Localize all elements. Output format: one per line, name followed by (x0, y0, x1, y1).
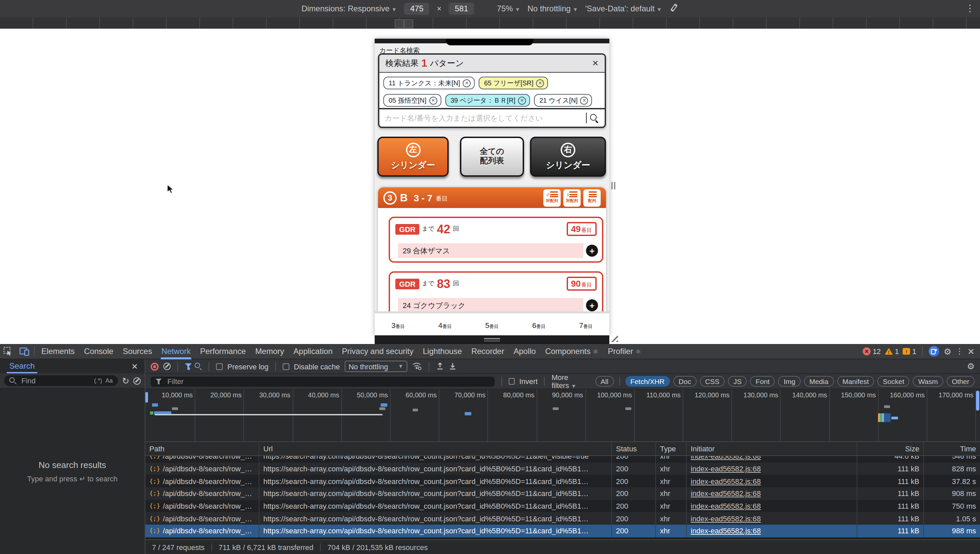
tab-3[interactable]: 3番目 (391, 319, 405, 331)
pill-doc[interactable]: Doc (673, 376, 696, 387)
column-path[interactable]: Path (145, 442, 259, 455)
pill-manifest[interactable]: Manifest (837, 376, 874, 387)
console-errors-badge[interactable]: ✕12 (863, 347, 881, 355)
initiator-link[interactable]: index-ead56582.js:68 (690, 477, 760, 485)
tab-console[interactable]: Console (80, 344, 118, 359)
console-warnings-badge[interactable]: !1 (885, 347, 899, 355)
more-filters-dropdown[interactable]: More filters▼ (552, 373, 591, 389)
network-request-row[interactable]: {;}/api/dbsdv-8/search/row_… https://sea… (145, 475, 980, 487)
bottom-sheet-handle[interactable] (375, 335, 609, 344)
left-cylinder-button[interactable]: 左 シリンダー (377, 137, 449, 177)
pill-all[interactable]: All (595, 376, 614, 387)
tab-privacy-and-security[interactable]: Privacy and security (337, 344, 418, 359)
import-har-icon[interactable] (436, 362, 444, 371)
network-overview-timeline[interactable]: 10,000 ms20,000 ms30,000 ms40,000 ms50,0… (145, 389, 980, 442)
filter-toggle-icon[interactable] (185, 363, 190, 370)
media-query-marker[interactable] (404, 19, 413, 28)
drawer-close-icon[interactable]: ✕ (131, 362, 138, 373)
network-search-icon[interactable] (195, 363, 202, 370)
invert-checkbox[interactable] (508, 378, 514, 385)
initiator-link[interactable]: index-ead56582.js:68 (690, 502, 760, 510)
pill-media[interactable]: Media (804, 376, 834, 387)
overview-scrollbar[interactable] (976, 391, 979, 411)
right-cylinder-button[interactable]: 右 シリンダー (530, 137, 606, 177)
device-toolbar-menu-icon[interactable]: ⋮ (965, 3, 975, 13)
array-button[interactable]: 配列 (583, 189, 601, 206)
tab-performance[interactable]: Performance (195, 344, 250, 359)
dimensions-dropdown[interactable]: Dimensions: Responsive▼ (301, 4, 397, 13)
network-request-row[interactable]: {;}/api/dbsdv-8/search/row_… https://sea… (145, 500, 980, 512)
all-arrays-button[interactable]: 全ての 配列表 (460, 137, 524, 177)
pill-css[interactable]: CSS (700, 376, 725, 387)
chip-remove-icon[interactable]: ✕ (429, 96, 437, 104)
record-network-log-icon[interactable] (151, 362, 159, 370)
rotate-viewport-icon[interactable] (669, 3, 679, 14)
throttling-select[interactable]: No throttling▼ (345, 361, 407, 372)
pair-array-button-2[interactable]: ↕ 対配列 (563, 189, 581, 206)
initiator-link[interactable]: index-ead56582.js:68 (690, 465, 760, 473)
clear-search-icon[interactable] (133, 377, 141, 384)
card-chip[interactable]: 21 ウイス[N]✕ (534, 94, 592, 107)
initiator-link[interactable]: index-ead56582.js:68 (690, 456, 760, 460)
filter-input[interactable] (166, 377, 302, 386)
pill-other[interactable]: Other (947, 376, 975, 387)
throttling-dropdown[interactable]: No throttling▼ (527, 4, 578, 13)
tab-4[interactable]: 4番目 (438, 319, 452, 331)
preserve-log-checkbox[interactable] (216, 363, 223, 370)
settings-gear-icon[interactable]: ⚙ (943, 346, 951, 357)
add-icon[interactable]: + (586, 245, 598, 257)
refresh-search-icon[interactable]: ↻ (122, 376, 129, 386)
pill-socket[interactable]: Socket (878, 376, 910, 387)
chip-remove-icon[interactable]: ✕ (518, 96, 526, 104)
initiator-link[interactable]: index-ead56582.js:68 (690, 515, 760, 523)
network-request-row[interactable]: {;}/api/dbsdv-8/search/row_… https://sea… (145, 487, 980, 500)
tab-elements[interactable]: Elements (37, 344, 80, 359)
viewport-width-input[interactable]: 475 (404, 3, 430, 15)
tab-application[interactable]: Application (289, 344, 337, 359)
pill-img[interactable]: Img (778, 376, 801, 387)
chip-remove-icon[interactable]: ✕ (463, 79, 471, 87)
find-input[interactable] (20, 376, 63, 385)
disable-cache-checkbox[interactable] (283, 363, 290, 370)
column-status[interactable]: Status (612, 442, 656, 455)
network-request-row[interactable]: {;}/api/dbsdv-8/search/row_… https://sea… (145, 525, 980, 537)
card-item-row[interactable]: 24 ゴクウブラック (398, 298, 583, 313)
tab-7[interactable]: 7番目 (579, 319, 592, 331)
zoom-dropdown[interactable]: 75%▼ (497, 4, 520, 13)
pill-font[interactable]: Font (750, 376, 775, 387)
network-request-row[interactable]: {;}/api/dbsdv-8/search/row_… https://sea… (145, 512, 980, 525)
card-item-row[interactable]: 29 合体ザマス (398, 244, 583, 258)
initiator-link[interactable]: index-ead56582.js:68 (690, 527, 760, 535)
tab-recorder[interactable]: Recorder (467, 344, 509, 359)
chip-remove-icon[interactable]: ✕ (580, 96, 588, 104)
tab-lighthouse[interactable]: Lighthouse (418, 344, 467, 359)
filter-field[interactable] (151, 376, 495, 386)
tab-5[interactable]: 5番目 (485, 319, 499, 331)
card-chip[interactable]: 65 フリーザ[SR]✕ (479, 76, 548, 89)
overview-selection-handle[interactable] (145, 392, 148, 403)
tab-apollo[interactable]: Apollo (509, 344, 541, 359)
devtools-close-icon[interactable]: ✕ (967, 346, 975, 357)
column-url[interactable]: Url (259, 442, 612, 455)
tab-memory[interactable]: Memory (251, 344, 289, 359)
viewport-resize-handle-right[interactable] (611, 182, 615, 189)
viewport-height-input[interactable]: 581 (449, 3, 474, 15)
column-size[interactable]: Size (858, 442, 924, 455)
drawer-tab-search[interactable]: Search (7, 360, 37, 373)
match-case-toggle[interactable]: Aa (105, 377, 113, 384)
export-har-icon[interactable] (449, 362, 457, 371)
clear-network-log-icon[interactable] (163, 363, 171, 370)
tab-network[interactable]: Network (157, 344, 195, 359)
card-chip[interactable]: 39 ベジータ：ＢＲ[R]✕ (445, 94, 530, 107)
device-toolbar-toggle-icon[interactable] (16, 344, 32, 359)
initiator-link[interactable]: index-ead56582.js:68 (690, 490, 760, 498)
column-time[interactable]: Time (924, 442, 980, 455)
tab-sources[interactable]: Sources (118, 344, 157, 359)
chip-remove-icon[interactable]: ✕ (536, 79, 544, 87)
network-request-row[interactable]: {;}/api/dbsdv-8/search/row_… https://sea… (145, 456, 980, 462)
pill-js[interactable]: JS (728, 376, 747, 387)
ai-assistant-icon[interactable] (929, 346, 940, 357)
tab-6[interactable]: 6番目 (532, 319, 546, 331)
card-chip[interactable]: 05 孫悟空[N]✕ (383, 94, 441, 107)
tab-components[interactable]: Components⚛ (540, 344, 603, 359)
